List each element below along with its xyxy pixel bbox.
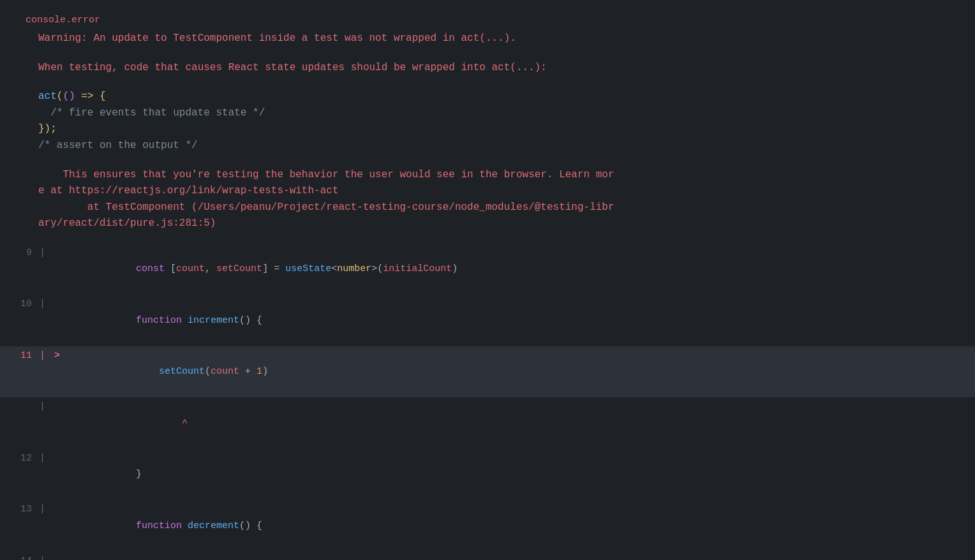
line-indicator-9	[54, 245, 67, 262]
line-content-9: const [count, setCount] = useState<numbe…	[67, 245, 458, 294]
source-row-12: 12 | }	[0, 449, 975, 501]
line-num-13: 13	[0, 501, 38, 518]
comment-2: /* assert on the output */	[38, 140, 198, 151]
code-line-1: act(() => {	[0, 89, 975, 105]
line-num-10: 10	[0, 296, 38, 313]
line-indicator-10	[54, 296, 67, 313]
line-num-14: 14	[0, 553, 38, 560]
prose-line-1: This ensures that you're testing the beh…	[0, 167, 975, 184]
line-num-caret	[0, 399, 38, 415]
code-arrow: => {	[75, 91, 106, 102]
source-row-9: 9 | const [count, setCount] = useState<n…	[0, 244, 975, 295]
line-content-13: function decrement() {	[67, 501, 262, 550]
line-sep-caret: |	[38, 399, 54, 415]
line-indicator-13	[54, 501, 67, 518]
arrow-fn: ()	[63, 91, 75, 102]
console-label: console.error	[0, 13, 975, 28]
line-content-11: setCount(count + 1)	[67, 348, 268, 397]
line-sep-11: |	[38, 348, 54, 364]
line-indicator-12	[54, 450, 67, 467]
stack-line-1: at TestComponent (/Users/peanu/Project/r…	[0, 200, 975, 216]
line-content-14: setCount(count - 1)	[67, 553, 268, 560]
warning-line-2: When testing, code that causes React sta…	[0, 60, 975, 77]
source-block: 9 | const [count, setCount] = useState<n…	[0, 244, 975, 560]
line-sep-9: |	[38, 245, 54, 262]
code-line-2: /* fire events that update state */	[0, 105, 975, 122]
line-sep-14: |	[38, 553, 54, 560]
line-num-11: 11	[0, 348, 38, 364]
line-sep-12: |	[38, 450, 54, 467]
code-line-4: /* assert on the output */	[0, 138, 975, 154]
source-row-11: 11 | > setCount(count + 1)	[0, 346, 975, 398]
line-num-9: 9	[0, 245, 38, 262]
source-row-10: 10 | function increment() {	[0, 295, 975, 346]
line-num-12: 12	[0, 450, 38, 467]
line-sep-10: |	[38, 296, 54, 313]
code-paren: (	[57, 91, 63, 102]
line-sep-13: |	[38, 501, 54, 518]
console-output: console.error Warning: An update to Test…	[0, 0, 975, 560]
act-keyword: act	[38, 91, 57, 102]
line-content-12: }	[67, 450, 142, 499]
source-row-14: 14 | setCount(count - 1)	[0, 552, 975, 560]
stack-line-2: ary/react/dist/pure.js:281:5)	[0, 216, 975, 232]
line-content-10: function increment() {	[67, 296, 262, 345]
code-line-3: });	[0, 121, 975, 138]
line-indicator-11: >	[54, 348, 67, 364]
line-content-caret: ^	[67, 399, 188, 448]
prose-line-2: e at https://reactjs.org/link/wrap-tests…	[0, 183, 975, 200]
line-indicator-14	[54, 553, 67, 560]
source-row-caret: | ^	[0, 397, 975, 449]
source-row-13: 13 | function decrement() {	[0, 500, 975, 552]
comment-1: /* fire events that update state */	[50, 107, 265, 119]
warning-line-1: Warning: An update to TestComponent insi…	[0, 31, 975, 47]
line-indicator-caret	[54, 399, 67, 415]
